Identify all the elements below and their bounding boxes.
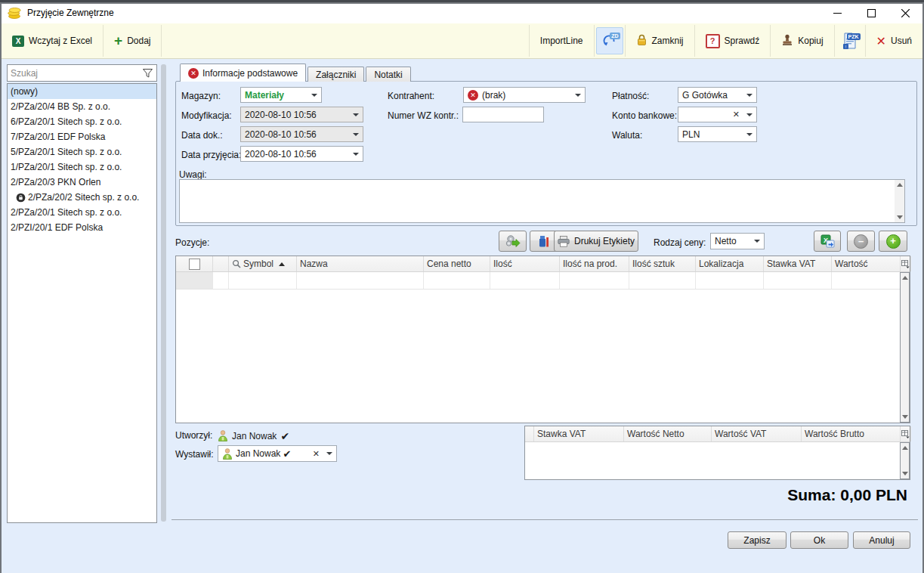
column-chooser-button[interactable] (901, 256, 911, 271)
column-header-stawka-vat[interactable]: Stawka VAT (534, 426, 624, 441)
copy-label: Kopiuj (798, 36, 823, 46)
column-chooser-button[interactable] (901, 426, 911, 441)
link-items-button[interactable] (499, 231, 527, 252)
tab-label: Notatki (374, 70, 402, 80)
column-header-ilosc-na-prod[interactable]: Ilość na prod. (560, 256, 629, 271)
scroll-up-icon[interactable] (902, 276, 908, 280)
copy-button[interactable]: Kopiuj (771, 23, 833, 58)
column-header-stawka-vat[interactable]: Stawka VAT (764, 256, 832, 271)
rodzaj-ceny-combo[interactable]: Netto (710, 233, 765, 249)
pzk-badge: PZK (847, 33, 861, 40)
toolbar-separator (161, 25, 162, 57)
column-header-nazwa[interactable]: Nazwa (297, 256, 424, 271)
wystawil-combo[interactable]: Jan Nowak ✔ ✕ (218, 445, 337, 462)
search-input[interactable] (8, 68, 143, 79)
select-all-cell[interactable] (176, 256, 213, 271)
column-header-lokalizacja[interactable]: Lokalizacja (696, 256, 764, 271)
tab-page-panel (175, 81, 917, 226)
close-document-label: Zamknij (652, 36, 684, 46)
list-item-label: 2/PZa/20/2 Sitech sp. z o.o. (28, 190, 139, 205)
close-button[interactable] (888, 2, 922, 23)
scroll-down-icon[interactable] (902, 415, 908, 419)
pozycje-label: Pozycje: (175, 235, 209, 251)
vat-grid-scrollbar[interactable] (900, 442, 910, 479)
utworzyl-value-row: Jan Nowak ✔ (218, 428, 289, 444)
save-button[interactable]: Zapisz (728, 531, 786, 549)
search-box (7, 64, 157, 82)
remove-row-button[interactable]: – (847, 231, 875, 252)
list-item[interactable]: (nowy) (8, 84, 156, 99)
sidebar-splitter[interactable] (161, 64, 166, 522)
new-row-indicator (176, 272, 213, 289)
column-label: Wartość Netto (627, 429, 685, 439)
list-item-label: 2/PZI/20/1 EDF Polska (11, 220, 103, 235)
toolbar-separator (594, 25, 595, 57)
filter-funnel-icon[interactable] (143, 69, 153, 78)
tab-zalaczniki[interactable]: Załączniki (307, 67, 364, 82)
pozycje-new-row[interactable] (176, 272, 910, 290)
scroll-up-icon[interactable] (902, 446, 908, 450)
cancel-button[interactable]: Anuluj (853, 531, 910, 549)
delete-button[interactable]: ✕ Usuń (866, 23, 922, 58)
select-all-checkbox[interactable] (189, 259, 200, 270)
tab-informacje-podstawowe[interactable]: ✕ Informacje podstawowe (180, 63, 306, 82)
list-item[interactable]: 5/PZa/20/1 Sitech sp. z o.o. (8, 144, 156, 160)
tab-notatki[interactable]: Notatki (366, 67, 410, 82)
pozycje-grid: Symbol Nazwa Cena netto Ilość Ilość na p… (175, 256, 910, 423)
close-document-button[interactable]: Zamknij (626, 23, 694, 58)
excel-icon: X (12, 36, 24, 47)
column-label: Ilość na prod. (563, 259, 617, 269)
load-from-excel-button[interactable]: X Wczytaj z Excel (2, 23, 103, 58)
import-excel-rows-button[interactable]: X (814, 231, 841, 252)
column-header-wartosc-brutto[interactable]: Wartość Brutto (802, 426, 901, 441)
pozycje-grid-scrollbar[interactable] (900, 272, 910, 423)
scroll-down-icon[interactable] (902, 472, 908, 475)
minimize-button[interactable] (820, 2, 854, 23)
clear-x-icon[interactable]: ✕ (313, 449, 320, 459)
list-item[interactable]: 2/PZa/20/1 Sitech sp. z o.o. (8, 205, 156, 220)
delete-x-icon: ✕ (876, 34, 886, 48)
check-button[interactable]: ? Sprawdź (695, 23, 771, 58)
print-labels-button[interactable]: Drukuj Etykiety (554, 231, 638, 252)
add-button[interactable]: + Dodaj (104, 23, 161, 58)
chevron-down-icon (326, 452, 332, 455)
list-item[interactable]: 2/PZa/20/2 Sitech sp. z o.o. (8, 190, 156, 205)
row-indicator-column (525, 426, 534, 441)
footer-divider (172, 519, 918, 520)
column-header-symbol[interactable]: Symbol (229, 256, 297, 271)
refresh-zd-button[interactable]: ZD (596, 27, 623, 54)
column-header-wartosc[interactable]: Wartość (832, 256, 901, 271)
column-header-wartosc-netto[interactable]: Wartość Netto (624, 426, 712, 441)
tab-label: Informacje podstawowe (202, 68, 298, 79)
list-item[interactable]: 1/PZa/20/1 Sitech sp. z o.o. (8, 160, 156, 175)
rodzaj-ceny-label: Rodzaj ceny: (654, 235, 706, 251)
list-item[interactable]: 7/PZa/20/1 EDF Polska (8, 129, 156, 144)
list-item[interactable]: 2/PZI/20/1 EDF Polska (8, 220, 156, 235)
column-label: Wartość (835, 259, 868, 269)
person-icon (218, 430, 228, 441)
list-item[interactable]: 6/PZa/20/1 Sitech sp. z o.o. (8, 114, 156, 129)
pzk-document-button[interactable]: ! PZK (835, 23, 865, 58)
maximize-button[interactable] (854, 2, 888, 23)
list-item[interactable]: 2/PZa/20/4 BB Sp. z o.o. (8, 99, 156, 114)
gears-go-icon (505, 234, 521, 248)
print-labels-label: Drukuj Etykiety (574, 236, 635, 246)
pozycje-grid-header: Symbol Nazwa Cena netto Ilość Ilość na p… (176, 256, 910, 272)
list-item-label: 2/PZa/20/1 Sitech sp. z o.o. (11, 205, 122, 220)
column-header-ilosc-sztuk[interactable]: Ilość sztuk (629, 256, 696, 271)
column-header-cena-netto[interactable]: Cena netto (424, 256, 490, 271)
list-item[interactable]: 2/PZa/20/3 PKN Orlen (8, 175, 156, 190)
column-chooser-icon (901, 260, 910, 268)
importline-button[interactable]: ImportLine (530, 23, 594, 58)
sort-ascending-icon (279, 262, 285, 266)
question-icon: ? (706, 34, 720, 48)
add-label: Dodaj (127, 36, 150, 46)
column-header-ilosc[interactable]: Ilość (490, 256, 560, 271)
add-row-button[interactable]: + (879, 231, 907, 252)
minus-circle-icon: – (854, 234, 868, 249)
vat-grid-header: Stawka VAT Wartość Netto Wartość VAT War… (525, 426, 910, 442)
column-header-wartosc-vat[interactable]: Wartość VAT (712, 426, 802, 441)
ok-button[interactable]: Ok (790, 531, 848, 549)
wystawil-value: Jan Nowak (236, 448, 280, 459)
column-label: Stawka VAT (767, 259, 815, 269)
